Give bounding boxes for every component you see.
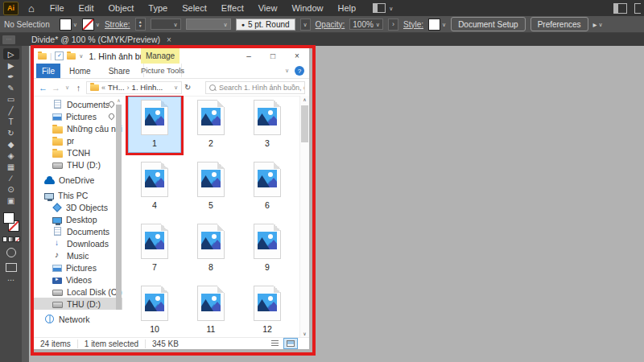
chevron-down-icon[interactable]: ∨ [96, 22, 100, 27]
selection-options-control[interactable]: ▸ ∨ [593, 20, 603, 29]
brush-dropdown-button[interactable]: ∨ [300, 19, 311, 31]
menu-item[interactable]: Effect [214, 3, 251, 13]
selection-tool[interactable]: ▷ [3, 48, 19, 60]
style-control[interactable]: ∨ [428, 19, 446, 31]
forward-button[interactable]: → [51, 83, 61, 93]
scrollbar-thumb[interactable] [301, 105, 308, 142]
sidebar-item[interactable]: Pictures [34, 261, 122, 274]
hand-tool[interactable]: ◈ [3, 150, 19, 161]
chevron-down-icon[interactable]: ∨ [73, 22, 77, 27]
file-tile[interactable]: 5 [185, 159, 237, 214]
sidebar-item[interactable]: pr [34, 134, 122, 146]
stroke-color-control[interactable]: ∨ [82, 19, 100, 31]
scroll-up-icon[interactable]: ∧ [116, 97, 122, 103]
opacity-label[interactable]: Opacity: [316, 20, 345, 29]
document-setup-button[interactable]: Document Setup [451, 17, 526, 31]
manage-tab[interactable]: Manage [141, 48, 180, 64]
style-label[interactable]: Style: [403, 20, 423, 29]
up-button[interactable]: ↑ [73, 83, 84, 93]
file-tile[interactable]: 7 [129, 221, 180, 276]
stroke-width-dropdown[interactable]: ∨ [151, 19, 181, 30]
stroke-swatch[interactable] [82, 19, 94, 31]
file-tile[interactable]: 10 [129, 283, 180, 337]
artboard-tool[interactable]: ▣ [3, 195, 19, 206]
menu-item[interactable]: Select [175, 3, 214, 13]
menu-item[interactable]: Type [141, 3, 175, 13]
sidebar-item[interactable]: TCNH [34, 146, 122, 158]
file-tile[interactable]: 6 [242, 159, 293, 214]
sidebar-item[interactable]: Local Disk (C:) [34, 286, 122, 298]
shaper-tool[interactable]: ◆ [3, 138, 19, 150]
drawing-mode-button[interactable] [6, 248, 16, 257]
menu-item[interactable]: Edit [72, 3, 101, 13]
menu-item[interactable]: File [43, 3, 72, 13]
file-tile[interactable]: 8 [185, 221, 237, 276]
menu-item[interactable]: Help [331, 3, 364, 13]
gradient-button[interactable] [8, 237, 14, 242]
rectangle-tool[interactable]: ▭ [3, 93, 19, 105]
workspace-switcher[interactable]: ∨ [373, 3, 393, 13]
maximize-button[interactable]: □ [261, 48, 285, 64]
gradient-tool[interactable]: ▦ [3, 161, 19, 172]
ribbon-tab[interactable]: Home [60, 67, 100, 76]
close-button[interactable]: × [285, 48, 309, 64]
customize-toolbar-icon[interactable]: ∨ [79, 53, 83, 59]
none-button[interactable] [14, 237, 20, 242]
sidebar-item[interactable]: Videos [34, 274, 122, 286]
sidebar-scrollbar[interactable]: ∧ [116, 97, 122, 335]
home-icon[interactable]: ⌂ [28, 2, 35, 14]
breadcrumb-root[interactable]: TH... [108, 83, 125, 92]
brush-definition-dropdown[interactable]: ● 5 pt. Round [236, 19, 295, 31]
thumbnails-view-button[interactable] [283, 338, 298, 349]
menu-item[interactable]: View [251, 3, 285, 13]
file-tile[interactable]: 3 [242, 97, 293, 152]
fill-stroke-indicator[interactable] [3, 212, 19, 232]
file-tile[interactable]: 4 [129, 159, 180, 214]
pen-tool[interactable]: ✒ [3, 71, 19, 82]
sidebar-item[interactable]: OneDrive [34, 174, 122, 186]
tab-picture-tools[interactable]: Picture Tools [143, 64, 182, 77]
sidebar-item[interactable]: 3D Objects [34, 201, 122, 213]
sidebar-item[interactable]: Documents [34, 98, 122, 110]
search-input[interactable]: Search 1. Hình ảnh buồn, cô ... [205, 81, 305, 94]
stepper-down-icon[interactable]: ▼ [138, 24, 142, 28]
address-dropdown-icon[interactable]: ∨ [174, 84, 178, 91]
scrollbar-thumb[interactable] [116, 105, 122, 310]
file-tile[interactable]: 11 [185, 283, 237, 337]
breadcrumb[interactable]: « TH... › 1. Hình... ∨ [86, 81, 182, 94]
details-view-button[interactable] [267, 338, 282, 349]
collapsed-panel-icon[interactable]: ⋯ [2, 35, 15, 44]
stroke-label[interactable]: Stroke: [105, 20, 130, 29]
screen-mode-button[interactable] [6, 263, 17, 272]
sidebar-item[interactable]: Pictures [34, 110, 122, 122]
opacity-dropdown[interactable]: 100% ∨ [349, 19, 383, 30]
sidebar-item[interactable]: THU (D:) [34, 158, 122, 171]
fill-color-control[interactable]: ∨ [60, 19, 77, 31]
menu-item[interactable]: Object [101, 3, 142, 13]
new-folder-icon[interactable] [67, 53, 76, 60]
direct-selection-tool[interactable]: ▶ [3, 60, 19, 71]
scroll-down-icon[interactable]: ∨ [300, 331, 309, 336]
fill-swatch[interactable] [60, 19, 72, 31]
sidebar-item[interactable]: Những câu nói hay v [34, 122, 122, 134]
fill-color-swatch[interactable] [3, 212, 14, 224]
root-separator[interactable]: « [101, 84, 105, 92]
back-button[interactable]: ← [38, 83, 48, 93]
sidebar-item[interactable]: THU (D:) [34, 298, 122, 310]
crumb-separator-icon[interactable]: › [127, 84, 130, 92]
file-tile[interactable]: 12 [242, 283, 293, 337]
rotate-tool[interactable]: ↻ [3, 127, 19, 138]
ribbon-tab[interactable]: Share [100, 67, 139, 76]
arrange-documents-icon[interactable] [613, 3, 627, 14]
sidebar-item[interactable]: Network [34, 313, 122, 325]
properties-icon[interactable]: ✓ [55, 51, 64, 60]
sidebar-item[interactable]: This PC [34, 189, 122, 201]
curvature-tool[interactable]: ✎ [3, 82, 19, 93]
color-button[interactable] [2, 237, 8, 242]
sidebar-item[interactable]: Downloads [34, 237, 122, 249]
style-swatch[interactable] [428, 19, 440, 31]
file-tile[interactable]: 1 [129, 97, 180, 152]
refresh-icon[interactable]: ↻ [184, 83, 191, 92]
file-tile[interactable]: 2 [185, 97, 237, 152]
stroke-width-stepper[interactable]: ▲ ▼ [135, 18, 146, 31]
